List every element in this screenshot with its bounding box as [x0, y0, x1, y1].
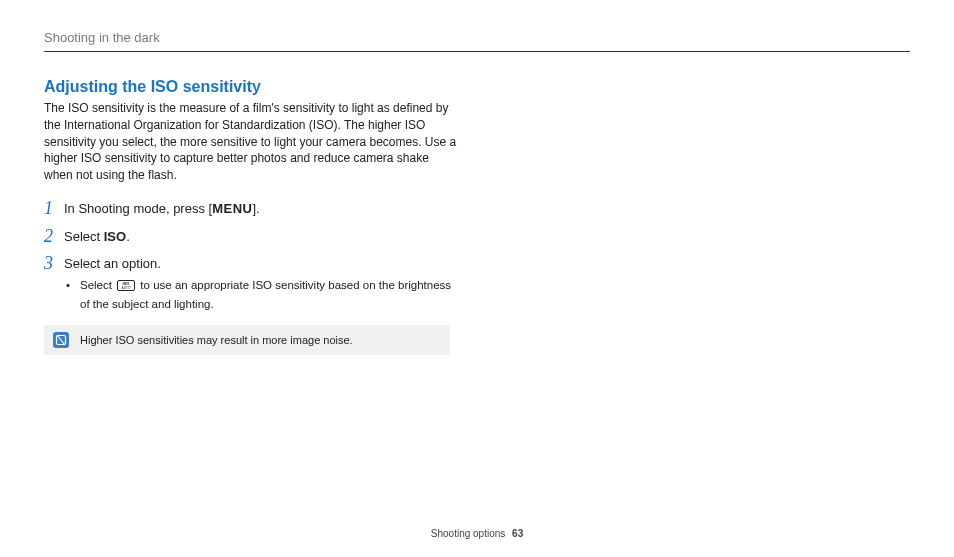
iso-label: ISO [104, 229, 126, 244]
step-3: 3 Select an option. • Select ISO [44, 253, 459, 313]
step-2: 2 Select ISO. [44, 226, 459, 248]
step-text-pre: In Shooting mode, press [ [64, 201, 212, 216]
page-number: 63 [512, 528, 523, 539]
step-text: Select ISO. [64, 226, 130, 246]
step-3-main: Select an option. [64, 256, 161, 271]
page-footer: Shooting options 63 [0, 528, 954, 539]
step-text-post: . [126, 229, 130, 244]
page-header-breadcrumb: Shooting in the dark [44, 30, 910, 45]
steps-list: 1 In Shooting mode, press [MENU]. 2 Sele… [44, 198, 459, 313]
menu-button-label: MENU [212, 201, 252, 216]
footer-section: Shooting options [431, 528, 506, 539]
substep-post: to use an appropriate ISO sensitivity ba… [80, 279, 451, 310]
substep-text: Select ISO AUTO to use an appropriate IS… [80, 277, 459, 312]
substep-1: • Select ISO AUTO to use an appropriate … [64, 277, 459, 312]
step-text-pre: Select [64, 229, 104, 244]
bullet-icon: • [64, 277, 80, 312]
note-text: Higher ISO sensitivities may result in m… [80, 334, 353, 346]
iso-auto-icon: ISO AUTO [117, 279, 135, 296]
substep-pre: Select [80, 279, 115, 291]
step-number: 3 [44, 253, 64, 275]
intro-paragraph: The ISO sensitivity is the measure of a … [44, 100, 459, 184]
note-icon [52, 331, 70, 349]
step-text: Select an option. • Select ISO AUTO [64, 253, 459, 313]
section-title: Adjusting the ISO sensitivity [44, 78, 459, 96]
page-content: Shooting in the dark Adjusting the ISO s… [44, 30, 910, 355]
step-number: 2 [44, 226, 64, 248]
note-box: Higher ISO sensitivities may result in m… [44, 325, 450, 355]
step-text-post: ]. [252, 201, 259, 216]
substeps-list: • Select ISO AUTO to use an appropriate … [64, 277, 459, 312]
step-1: 1 In Shooting mode, press [MENU]. [44, 198, 459, 220]
svg-text:AUTO: AUTO [122, 287, 131, 291]
main-column: Adjusting the ISO sensitivity The ISO se… [44, 78, 459, 355]
step-text: In Shooting mode, press [MENU]. [64, 198, 260, 218]
header-divider [44, 51, 910, 52]
step-number: 1 [44, 198, 64, 220]
